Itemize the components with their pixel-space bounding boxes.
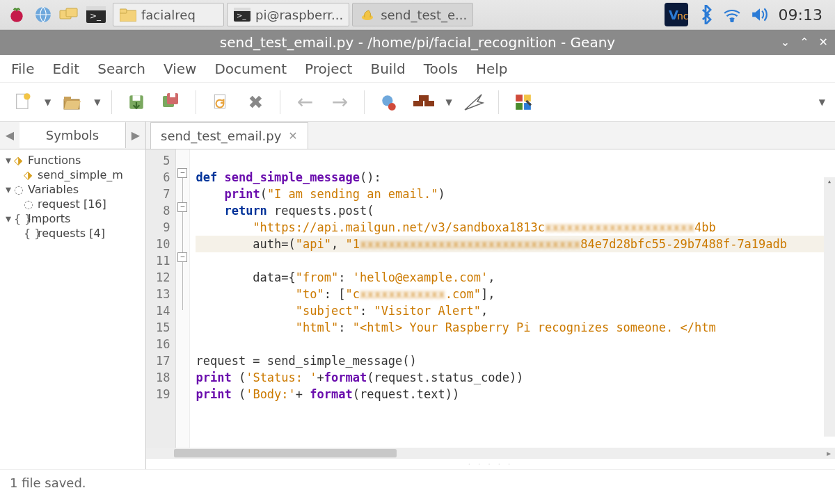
- folder-icon: [119, 6, 137, 24]
- svg-text:nc: nc: [677, 10, 688, 22]
- dropdown-icon[interactable]: ▼: [445, 97, 452, 107]
- svg-rect-29: [413, 101, 423, 106]
- svg-point-28: [388, 103, 396, 111]
- import-icon: { }: [24, 227, 35, 240]
- symbols-tree: ▾⬗Functions ⬗send_simple_m ▾◌Variables ◌…: [0, 149, 145, 245]
- color-chooser-button[interactable]: [510, 89, 536, 115]
- line-gutter: 5678910111213141516171819: [146, 149, 176, 448]
- save-all-button[interactable]: [158, 89, 184, 115]
- svg-rect-20: [64, 97, 71, 101]
- maximize-icon[interactable]: ⌃: [800, 35, 809, 49]
- forward-button[interactable]: →: [326, 89, 353, 115]
- svg-rect-31: [419, 95, 429, 101]
- files-icon[interactable]: [58, 3, 81, 26]
- fold-marker-icon[interactable]: −: [177, 252, 187, 262]
- menu-search[interactable]: Search: [96, 58, 147, 80]
- vnc-icon[interactable]: Vnc: [665, 3, 688, 26]
- system-tray: Vnc 09:13: [665, 3, 829, 26]
- toolbar: ▼ ▼ ✖ ← → ▼ ▼: [0, 83, 835, 122]
- menu-file[interactable]: File: [10, 58, 35, 80]
- tree-group-imports[interactable]: ▾{ }Imports: [6, 212, 140, 225]
- tree-item[interactable]: ⬗send_simple_m: [24, 168, 140, 181]
- new-file-button[interactable]: [10, 89, 36, 115]
- lamp-icon: [358, 6, 376, 24]
- sidebar-next-icon[interactable]: ▶: [126, 129, 145, 142]
- taskbar-item-label: pi@raspberr...: [255, 8, 343, 22]
- svg-point-16: [731, 19, 733, 22]
- main-area: ◀ Symbols ▶ ▾⬗Functions ⬗send_simple_m ▾…: [0, 122, 835, 469]
- status-bar: 1 file saved.: [0, 469, 835, 496]
- close-tab-icon[interactable]: ✕: [288, 129, 297, 143]
- svg-rect-30: [424, 101, 434, 106]
- horizontal-scrollbar[interactable]: ▸: [146, 448, 835, 459]
- close-icon[interactable]: ✕: [819, 35, 828, 49]
- variable-icon: ◌: [24, 197, 35, 211]
- bluetooth-icon[interactable]: [698, 5, 713, 24]
- svg-text:>_: >_: [237, 12, 246, 20]
- back-button[interactable]: ←: [292, 89, 318, 115]
- menu-document[interactable]: Document: [213, 58, 288, 80]
- svg-rect-3: [66, 8, 77, 17]
- fold-marker-icon[interactable]: −: [177, 202, 187, 212]
- svg-text:>_: >_: [90, 11, 102, 21]
- tree-group-functions[interactable]: ▾⬗Functions: [6, 154, 140, 167]
- function-icon: ⬗: [24, 168, 35, 181]
- wifi-icon[interactable]: [723, 7, 741, 22]
- reload-button[interactable]: [207, 89, 234, 115]
- file-tab[interactable]: send_test_email.py ✕: [150, 122, 308, 149]
- taskbar-item-label: facialreq: [141, 8, 196, 22]
- close-button[interactable]: ✖: [242, 89, 269, 115]
- compile-button[interactable]: [376, 89, 402, 115]
- variable-group-icon: ◌: [14, 183, 25, 196]
- globe-icon[interactable]: [32, 3, 54, 26]
- dropdown-icon[interactable]: ▼: [45, 97, 51, 107]
- terminal-icon[interactable]: >_: [85, 3, 107, 26]
- fold-gutter[interactable]: − − −: [176, 149, 190, 448]
- menu-tools[interactable]: Tools: [422, 58, 459, 80]
- clock[interactable]: 09:13: [779, 6, 822, 24]
- file-tab-label: send_test_email.py: [161, 129, 281, 143]
- tree-item[interactable]: ◌request [16]: [24, 197, 140, 211]
- window-titlebar[interactable]: send_test_email.py - /home/pi/facial_rec…: [0, 30, 835, 55]
- sidebar-tab-symbols[interactable]: Symbols: [19, 122, 126, 148]
- code-area[interactable]: 5678910111213141516171819 − − − def send…: [146, 149, 835, 448]
- save-button[interactable]: [123, 89, 150, 115]
- dropdown-icon[interactable]: ▼: [819, 97, 825, 107]
- menu-build[interactable]: Build: [369, 58, 406, 80]
- taskbar-item-geany[interactable]: send_test_e...: [352, 3, 473, 26]
- build-button[interactable]: [411, 89, 437, 115]
- editor: send_test_email.py ✕ 5678910111213141516…: [146, 122, 835, 469]
- fold-marker-icon[interactable]: −: [177, 168, 187, 178]
- svg-rect-22: [133, 95, 141, 101]
- menu-view[interactable]: View: [162, 58, 198, 80]
- menubar: File Edit Search View Document Project B…: [0, 55, 835, 83]
- taskbar-item-label: send_test_e...: [381, 8, 467, 22]
- tree-group-variables[interactable]: ▾◌Variables: [6, 183, 140, 196]
- svg-point-18: [24, 93, 30, 99]
- menu-edit[interactable]: Edit: [51, 58, 81, 80]
- minimize-icon[interactable]: ⌄: [781, 35, 790, 49]
- status-text: 1 file saved.: [10, 475, 86, 490]
- taskbar-item-facialreq[interactable]: facialreq: [113, 3, 224, 26]
- raspberry-icon[interactable]: [6, 3, 28, 26]
- dropdown-icon[interactable]: ▼: [94, 97, 100, 107]
- vertical-scrollbar[interactable]: ▴: [824, 177, 835, 437]
- tree-item[interactable]: { }requests [4]: [24, 227, 140, 240]
- menu-help[interactable]: Help: [475, 58, 509, 80]
- volume-icon[interactable]: [751, 7, 769, 22]
- svg-point-0: [10, 10, 22, 22]
- pane-resize-handle[interactable]: · · · · ·: [146, 459, 835, 469]
- svg-rect-34: [516, 103, 523, 110]
- import-group-icon: { }: [14, 212, 25, 225]
- run-button[interactable]: [461, 89, 487, 115]
- svg-rect-5: [86, 6, 106, 10]
- open-file-button[interactable]: [59, 89, 86, 115]
- sidebar-prev-icon[interactable]: ◀: [0, 129, 19, 142]
- sidebar: ◀ Symbols ▶ ▾⬗Functions ⬗send_simple_m ▾…: [0, 122, 146, 469]
- svg-rect-8: [120, 9, 127, 13]
- taskbar-item-terminal[interactable]: >_ pi@raspberr...: [227, 3, 349, 26]
- svg-rect-32: [516, 95, 523, 101]
- code-text[interactable]: def send_simple_message(): print("I am s…: [190, 149, 835, 448]
- menu-project[interactable]: Project: [303, 58, 353, 80]
- function-group-icon: ⬗: [14, 154, 25, 167]
